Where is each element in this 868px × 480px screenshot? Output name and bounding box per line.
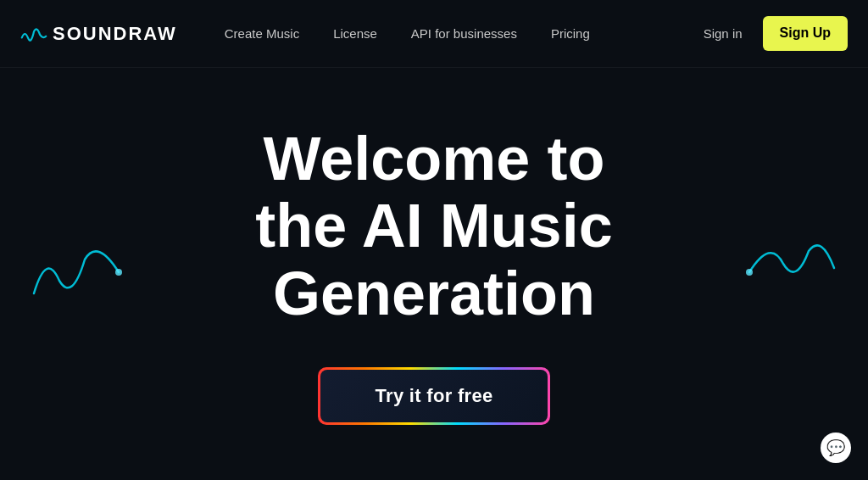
logo[interactable]: SOUNDRAW — [20, 23, 177, 45]
nav-link-create-music[interactable]: Create Music — [211, 19, 313, 49]
nav-right: Sign in Sign Up — [693, 16, 848, 51]
soundwave-logo-icon — [20, 24, 47, 44]
navbar: SOUNDRAW Create Music License API for bu… — [0, 0, 868, 68]
hero-title: Welcome to the AI Music Generation — [255, 126, 612, 327]
nav-link-pricing[interactable]: Pricing — [537, 19, 604, 49]
wave-decoration-right — [741, 234, 843, 314]
nav-links: Create Music License API for businesses … — [211, 19, 693, 49]
nav-link-api[interactable]: API for businesses — [398, 19, 531, 49]
try-free-button[interactable]: Try it for free — [320, 370, 548, 422]
svg-point-0 — [115, 269, 122, 276]
hero-section: Welcome to the AI Music Generation Try i… — [0, 68, 868, 480]
chat-bubble-button[interactable]: 💬 — [821, 433, 851, 463]
wave-decoration-left — [25, 234, 127, 314]
cta-wrapper: Try it for free — [320, 370, 548, 422]
nav-link-license[interactable]: License — [320, 19, 391, 49]
svg-point-1 — [746, 269, 753, 276]
sign-up-button[interactable]: Sign Up — [763, 16, 848, 51]
logo-text: SOUNDRAW — [53, 23, 177, 45]
chat-icon: 💬 — [826, 438, 845, 457]
sign-in-button[interactable]: Sign in — [693, 19, 753, 49]
